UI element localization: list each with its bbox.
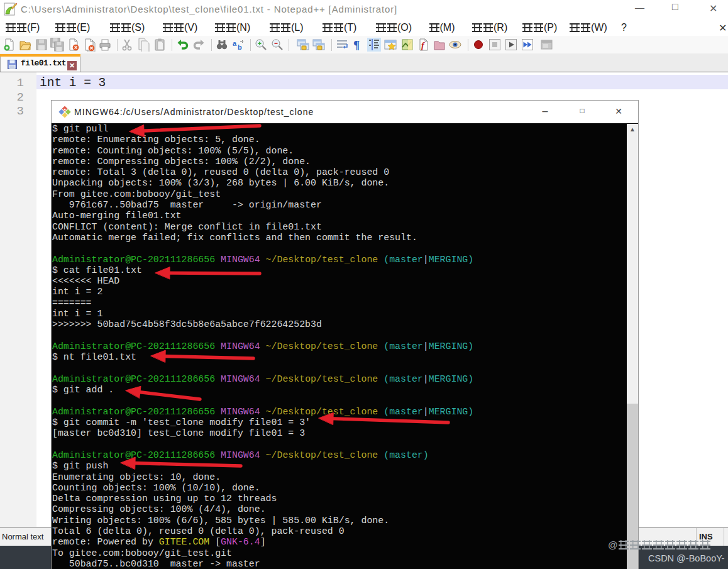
svg-text:a: a	[233, 40, 237, 47]
svg-text:b: b	[238, 43, 242, 51]
svg-text:¶: ¶	[353, 38, 360, 52]
